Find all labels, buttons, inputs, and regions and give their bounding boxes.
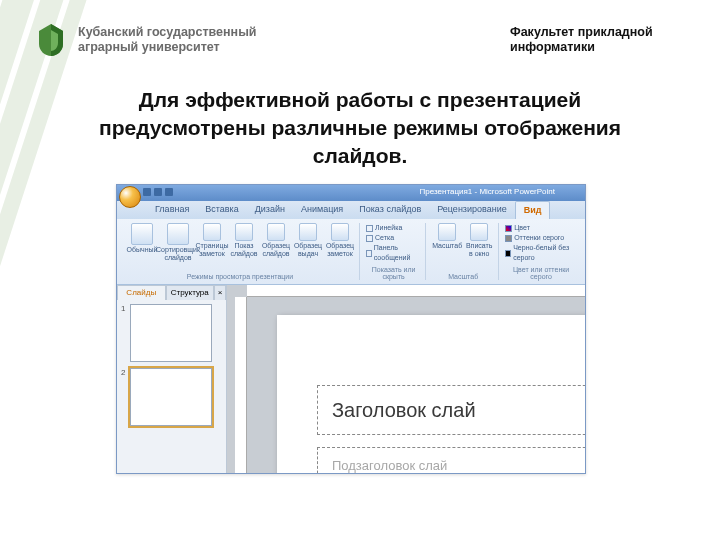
opt-color[interactable]: Цвет [505,223,577,233]
titlebar: Презентация1 - Microsoft PowerPoint [117,185,585,201]
panel-close-icon[interactable]: × [214,285,226,300]
slide-title: Для эффективной работы с презентацией пр… [90,86,630,170]
group-label: Показать или скрыть [366,265,421,280]
slide[interactable]: Заголовок слай Подзаголовок слай [277,315,585,474]
brand: Кубанский государственный аграрный униве… [36,22,257,58]
btn-handout-master[interactable]: Образец выдач [293,223,323,262]
normal-view-icon [131,223,153,245]
quick-access-toolbar[interactable] [143,188,173,196]
tab-insert[interactable]: Вставка [197,201,246,219]
btn-notes-master[interactable]: Образец заметок [325,223,355,262]
subtitle-placeholder[interactable]: Подзаголовок слай [317,447,585,474]
slideshow-icon [235,223,253,241]
powerpoint-screenshot: Презентация1 - Microsoft PowerPoint Глав… [116,184,586,474]
sorter-icon [167,223,189,245]
btn-fit[interactable]: Вписать в окно [464,223,494,258]
slide-header: Кубанский государственный аграрный униве… [0,0,720,58]
slide-master-icon [267,223,285,241]
panel-tab-outline[interactable]: Структура [166,285,215,300]
group-color: Цвет Оттенки серого Черно-белый без серо… [501,223,581,280]
window-title: Презентация1 - Microsoft PowerPoint [420,187,555,196]
faculty-name: Факультет прикладной информатики [510,25,690,55]
group-label: Масштаб [432,272,494,280]
group-presentation-views: Обычный Сортировщик слайдов Страницы зам… [121,223,360,280]
title-placeholder[interactable]: Заголовок слай [317,385,585,435]
tab-slideshow[interactable]: Показ слайдов [351,201,429,219]
thumbnail[interactable]: 2 [121,368,222,426]
btn-zoom[interactable]: Масштаб [432,223,462,258]
fit-window-icon [470,223,488,241]
slide-canvas: Заголовок слай Подзаголовок слай [227,285,585,474]
handout-master-icon [299,223,317,241]
btn-notes[interactable]: Страницы заметок [197,223,227,262]
university-name: Кубанский государственный аграрный униве… [78,25,257,55]
horizontal-ruler-icon [247,285,585,297]
panel-tabs: Слайды Структура × [117,285,226,300]
tab-design[interactable]: Дизайн [247,201,293,219]
group-show-hide: Линейка Сетка Панель сообщений Показать … [362,223,426,280]
chk-msgbar[interactable]: Панель сообщений [366,243,421,263]
thumbnail[interactable]: 1 [121,304,222,362]
panel-tab-slides[interactable]: Слайды [117,285,166,300]
tab-home[interactable]: Главная [147,201,197,219]
btn-normal[interactable]: Обычный [125,223,159,262]
university-logo-icon [36,22,66,58]
tab-animation[interactable]: Анимация [293,201,351,219]
btn-sorter[interactable]: Сортировщик слайдов [161,223,195,262]
chk-grid[interactable]: Сетка [366,233,421,243]
ribbon: Обычный Сортировщик слайдов Страницы зам… [117,219,585,285]
vertical-ruler-icon [235,297,247,474]
slides-panel: Слайды Структура × 1 2 [117,285,227,474]
opt-bw[interactable]: Черно-белый без серого [505,243,577,263]
group-zoom: Масштаб Вписать в окно Масштаб [428,223,499,280]
opt-gray[interactable]: Оттенки серого [505,233,577,243]
btn-slideshow[interactable]: Показ слайдов [229,223,259,262]
tab-review[interactable]: Рецензирование [429,201,515,219]
zoom-icon [438,223,456,241]
work-area: Слайды Структура × 1 2 Заголовок слай По… [117,285,585,474]
thumbnails: 1 2 [117,300,226,474]
notes-icon [203,223,221,241]
chk-ruler[interactable]: Линейка [366,223,421,233]
notes-master-icon [331,223,349,241]
btn-slide-master[interactable]: Образец слайдов [261,223,291,262]
office-button-icon[interactable] [119,186,141,208]
group-label: Режимы просмотра презентации [125,272,355,280]
tab-view[interactable]: Вид [515,201,551,219]
group-label: Цвет или оттенки серого [505,265,577,280]
ribbon-tabs: Главная Вставка Дизайн Анимация Показ сл… [117,201,585,219]
